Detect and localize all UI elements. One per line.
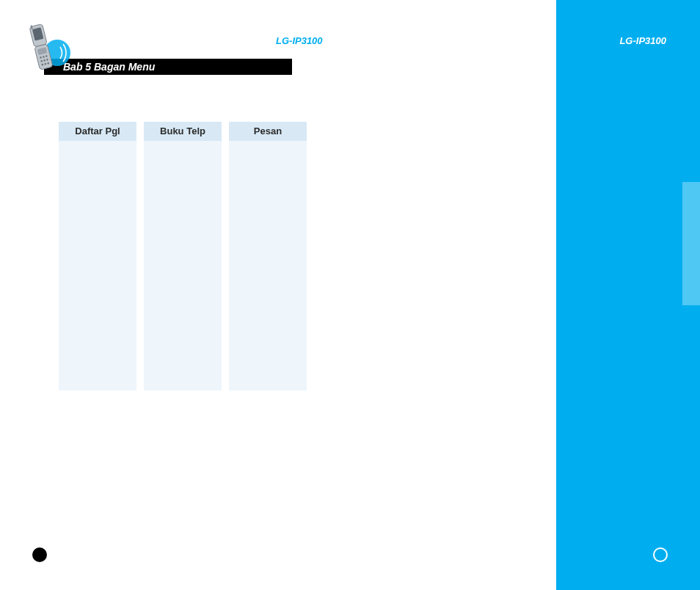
column-body [229, 141, 307, 390]
column-body [144, 141, 222, 390]
chapter-bar: Bab 5 Bagan Menu [44, 59, 292, 75]
column-daftar-pgl: Daftar Pgl [59, 122, 136, 390]
column-header: Buku Telp [144, 122, 222, 141]
column-body [59, 141, 136, 390]
page-dot-right [653, 547, 668, 562]
page-right: Agenda Pengaturan Kalkulator Games [349, 0, 700, 590]
page-dot-left [32, 547, 47, 562]
column-buku-telp: Buku Telp [144, 122, 222, 390]
model-label-left: LG-IP3100 [276, 35, 323, 46]
phone-icon [26, 21, 70, 76]
page-left: LG-IP3100 Bab 5 Bagan Menu [0, 0, 349, 590]
column-header: Daftar Pgl [59, 122, 136, 141]
left-columns: Daftar Pgl Buku Telp Pesan [59, 122, 307, 390]
column-pesan: Pesan [229, 122, 307, 390]
model-label-right: LG-IP3100 [619, 35, 666, 46]
column-header: Pesan [229, 122, 307, 141]
